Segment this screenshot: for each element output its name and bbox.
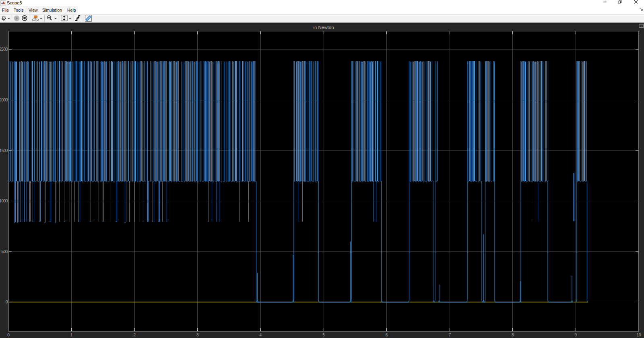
svg-text:2500: 2500 (0, 47, 8, 52)
svg-text:8: 8 (512, 333, 514, 337)
svg-text:5: 5 (322, 333, 325, 337)
svg-text:7: 7 (448, 333, 451, 337)
svg-text:2000: 2000 (0, 98, 8, 102)
svg-text:6: 6 (386, 333, 388, 337)
svg-text:in Newton: in Newton (313, 25, 334, 30)
svg-text:4: 4 (260, 333, 262, 337)
svg-text:500: 500 (2, 249, 8, 254)
svg-text:9: 9 (575, 333, 577, 337)
svg-text:3: 3 (196, 333, 199, 337)
svg-text:10: 10 (636, 333, 641, 337)
svg-text:0: 0 (6, 300, 8, 304)
svg-text:1000: 1000 (0, 199, 8, 203)
svg-text:2: 2 (133, 333, 136, 337)
svg-text:1: 1 (70, 333, 73, 337)
svg-text:1500: 1500 (0, 148, 8, 153)
svg-text:0: 0 (7, 333, 10, 337)
